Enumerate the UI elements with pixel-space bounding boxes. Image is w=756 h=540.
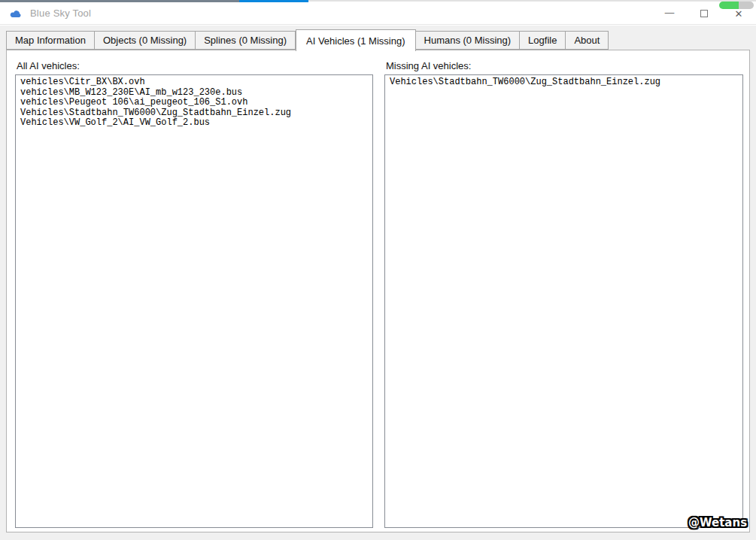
- tab-strip: Map Information Objects (0 Missing) Spli…: [6, 29, 609, 51]
- minimize-button[interactable]: —: [652, 2, 687, 25]
- green-pill-artifact: [719, 2, 754, 9]
- list-item[interactable]: Vehicles\Stadtbahn_TW6000\Zug_Stadtbahn_…: [390, 77, 742, 88]
- tab-ai-vehicles[interactable]: AI Vehicles (1 Missing): [296, 29, 416, 51]
- cloud-icon: [9, 8, 24, 19]
- list-item[interactable]: Vehicles\Stadtbahn_TW6000\Zug_Stadtbahn_…: [20, 108, 372, 119]
- list-item[interactable]: Vehicles\VW_Golf_2\AI_VW_Golf_2.bus: [20, 118, 372, 129]
- all-ai-vehicles-label: All AI vehicles:: [17, 60, 80, 71]
- top-edge-blue-segment: [239, 0, 308, 2]
- minimize-icon: —: [664, 6, 675, 18]
- list-item[interactable]: vehicles\MB_W123_230E\AI_mb_w123_230e.bu…: [20, 88, 372, 99]
- window-title: Blue Sky Tool: [30, 8, 91, 19]
- list-item[interactable]: vehicles\Peugeot 106\ai_peugeot_106_S1.o…: [20, 98, 372, 108]
- missing-ai-vehicles-label: Missing AI vehicles:: [386, 60, 471, 71]
- tab-humans[interactable]: Humans (0 Missing): [416, 31, 521, 50]
- tab-logfile[interactable]: Logfile: [520, 31, 566, 50]
- close-icon: ✕: [735, 8, 743, 20]
- all-ai-vehicles-listbox[interactable]: vehicles\Citr_BX\BX.ovh vehicles\MB_W123…: [15, 74, 373, 528]
- tab-splines[interactable]: Splines (0 Missing): [196, 31, 296, 50]
- watermark: @Wetans: [688, 516, 747, 529]
- title-bar: Blue Sky Tool — ✕: [0, 2, 756, 25]
- list-item[interactable]: vehicles\Citr_BX\BX.ovh: [20, 77, 372, 88]
- top-edge-slate-segment: [0, 0, 239, 2]
- tab-map-information[interactable]: Map Information: [6, 31, 95, 50]
- maximize-button[interactable]: [687, 2, 721, 25]
- tab-objects[interactable]: Objects (0 Missing): [95, 31, 196, 50]
- missing-ai-vehicles-listbox[interactable]: Vehicles\Stadtbahn_TW6000\Zug_Stadtbahn_…: [384, 74, 743, 528]
- tab-about[interactable]: About: [566, 31, 609, 50]
- maximize-icon: [700, 10, 708, 17]
- top-edge-gray-segment: [308, 0, 756, 2]
- top-edge-artifact: [0, 0, 756, 2]
